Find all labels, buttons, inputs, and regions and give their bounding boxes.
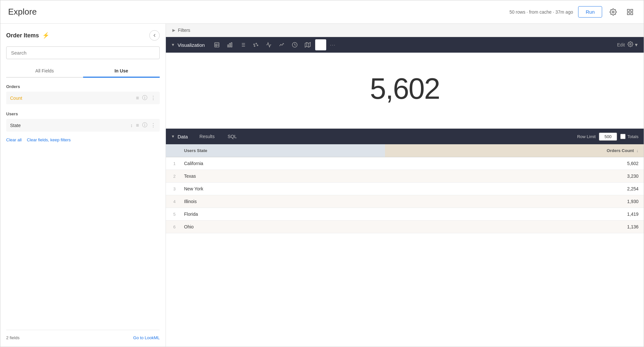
- col-header-rownum: [166, 144, 179, 157]
- data-section: ▼ Data Results SQL Row Limit: [166, 129, 644, 347]
- svg-point-21: [254, 44, 254, 45]
- data-tabs: Results SQL: [193, 129, 243, 144]
- data-table: Users State Orders Count ↓ 1 California …: [166, 144, 644, 347]
- count-cell: 1,136: [385, 221, 644, 233]
- viz-toggle-button[interactable]: ▼ Visualization: [171, 42, 205, 48]
- viz-tool-map[interactable]: [302, 39, 313, 50]
- data-label: Data: [178, 134, 188, 139]
- sidebar-footer: 2 fields Go to LookML: [6, 330, 160, 340]
- clear-fields-keep-filters-link[interactable]: Clear fields, keep filters: [27, 137, 71, 142]
- table-row: 4 Illinois 1,930: [166, 195, 644, 208]
- info-icon[interactable]: ⓘ: [142, 95, 147, 101]
- filter-icon[interactable]: ≡: [136, 95, 139, 101]
- row-num-cell: 6: [166, 221, 179, 233]
- tab-in-use[interactable]: In Use: [83, 65, 160, 78]
- state-field-icons: ↕ ≡ ⓘ ⋮: [130, 122, 156, 129]
- info-icon-state[interactable]: ⓘ: [142, 122, 147, 129]
- right-panel: ▶ Filters ▼ Visualization: [166, 24, 644, 347]
- state-cell: Florida: [179, 208, 385, 221]
- viz-tool-clock[interactable]: [289, 39, 300, 50]
- state-cell: California: [179, 157, 385, 170]
- collapse-sidebar-button[interactable]: [149, 30, 160, 41]
- grid-icon[interactable]: [624, 6, 636, 18]
- totals-checkbox[interactable]: [620, 134, 625, 139]
- go-to-lookml-link[interactable]: Go to LookML: [133, 335, 160, 340]
- filters-bar[interactable]: ▶ Filters: [166, 24, 644, 37]
- clear-all-link[interactable]: Clear all: [6, 137, 22, 142]
- viz-tools: 6 ···: [211, 39, 336, 50]
- viz-tool-number[interactable]: 6: [315, 39, 326, 50]
- table-row: 3 New York 2,254: [166, 183, 644, 195]
- svg-rect-11: [231, 43, 232, 47]
- viz-tool-list[interactable]: [237, 39, 248, 50]
- row-num-cell: 3: [166, 183, 179, 195]
- svg-rect-1: [627, 9, 629, 11]
- viz-tool-scatter[interactable]: [250, 39, 261, 50]
- row-num-cell: 2: [166, 170, 179, 183]
- row-limit-input[interactable]: [599, 133, 617, 141]
- number-icon: 6: [316, 41, 325, 48]
- count-field[interactable]: Count ≡ ⓘ ⋮: [6, 92, 160, 104]
- tab-all-fields[interactable]: All Fields: [6, 65, 83, 78]
- page-title: Explore: [8, 7, 37, 17]
- tab-results[interactable]: Results: [193, 129, 221, 144]
- table-row: 6 Ohio 1,136: [166, 221, 644, 233]
- sidebar-title-text: Order Items: [6, 32, 39, 39]
- viz-tool-bar[interactable]: [224, 39, 235, 50]
- viz-content: 5,602: [166, 53, 644, 128]
- field-tabs: All Fields In Use: [6, 65, 160, 78]
- count-field-icons: ≡ ⓘ ⋮: [136, 95, 156, 101]
- viz-tool-line[interactable]: [263, 39, 274, 50]
- users-section: Users State ↕ ≡ ⓘ ⋮: [6, 110, 160, 134]
- fields-count: 2 fields: [6, 335, 19, 340]
- clear-links: Clear all Clear fields, keep filters: [6, 137, 160, 142]
- settings-icon[interactable]: [607, 6, 619, 18]
- search-input[interactable]: [6, 46, 160, 59]
- viz-settings-dropdown-icon[interactable]: ▼: [634, 42, 638, 47]
- viz-settings-icon[interactable]: [627, 41, 633, 48]
- tab-sql[interactable]: SQL: [221, 129, 243, 144]
- state-field-name: State: [10, 123, 130, 128]
- row-num-cell: 1: [166, 157, 179, 170]
- col-header-orders-count[interactable]: Orders Count ↓: [385, 144, 644, 157]
- run-button[interactable]: Run: [578, 6, 602, 18]
- state-field[interactable]: State ↕ ≡ ⓘ ⋮: [6, 119, 160, 132]
- table-row: 1 California 5,602: [166, 157, 644, 170]
- viz-more-icon[interactable]: ···: [330, 42, 336, 47]
- viz-tool-area[interactable]: [276, 39, 287, 50]
- totals-checkbox-area[interactable]: Totals: [620, 134, 638, 139]
- svg-rect-5: [215, 43, 219, 47]
- svg-marker-23: [305, 43, 311, 47]
- viz-edit-button[interactable]: Edit: [617, 42, 625, 47]
- table-row: 2 Texas 3,230: [166, 170, 644, 183]
- filter-icon-state[interactable]: ≡: [136, 122, 139, 128]
- svg-point-0: [612, 11, 614, 13]
- viz-tool-table[interactable]: [211, 39, 222, 50]
- data-toolbar: ▼ Data Results SQL Row Limit: [166, 129, 644, 144]
- main-content: Order Items ⚡ All Fields In Use: [0, 24, 644, 347]
- cache-info: 50 rows · from cache · 37m ago: [509, 9, 573, 15]
- table-row: 5 Florida 1,419: [166, 208, 644, 221]
- data-toggle-button[interactable]: ▼ Data: [171, 134, 188, 139]
- svg-rect-9: [228, 45, 229, 47]
- more-icon[interactable]: ⋮: [151, 95, 156, 101]
- orders-section: Orders Count ≡ ⓘ ⋮: [6, 83, 160, 106]
- state-cell: Texas: [179, 170, 385, 183]
- bolt-icon: ⚡: [42, 32, 49, 39]
- row-limit-area: Row Limit Totals: [577, 133, 638, 141]
- visualization-section: ▼ Visualization: [166, 37, 644, 129]
- row-num-cell: 5: [166, 208, 179, 221]
- count-cell: 2,254: [385, 183, 644, 195]
- state-cell: Ohio: [179, 221, 385, 233]
- viz-chevron-icon: ▼: [171, 43, 175, 47]
- sort-icon[interactable]: ↕: [130, 123, 133, 128]
- sidebar: Order Items ⚡ All Fields In Use: [0, 24, 166, 347]
- svg-rect-2: [631, 9, 633, 11]
- col-header-users-state[interactable]: Users State: [179, 144, 385, 157]
- count-cell: 5,602: [385, 157, 644, 170]
- svg-point-20: [257, 45, 258, 46]
- count-cell: 3,230: [385, 170, 644, 183]
- more-icon-state[interactable]: ⋮: [151, 122, 156, 128]
- svg-rect-3: [627, 12, 629, 14]
- viz-toolbar: ▼ Visualization: [166, 37, 644, 53]
